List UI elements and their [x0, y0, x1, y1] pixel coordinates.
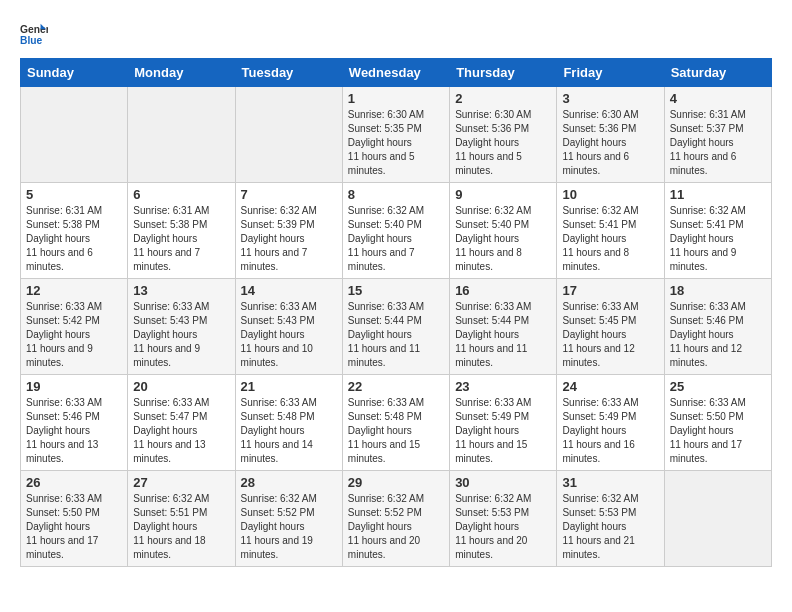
day-number: 10	[562, 187, 658, 202]
day-number: 14	[241, 283, 337, 298]
svg-text:General: General	[20, 24, 48, 35]
cell-content: Sunrise: 6:32 AM Sunset: 5:41 PM Dayligh…	[670, 204, 766, 274]
calendar-cell: 23 Sunrise: 6:33 AM Sunset: 5:49 PM Dayl…	[450, 375, 557, 471]
day-number: 17	[562, 283, 658, 298]
calendar-week-3: 12 Sunrise: 6:33 AM Sunset: 5:42 PM Dayl…	[21, 279, 772, 375]
weekday-header-wednesday: Wednesday	[342, 59, 449, 87]
cell-content: Sunrise: 6:33 AM Sunset: 5:44 PM Dayligh…	[348, 300, 444, 370]
calendar-cell: 29 Sunrise: 6:32 AM Sunset: 5:52 PM Dayl…	[342, 471, 449, 567]
cell-content: Sunrise: 6:31 AM Sunset: 5:38 PM Dayligh…	[26, 204, 122, 274]
day-number: 25	[670, 379, 766, 394]
calendar-cell: 13 Sunrise: 6:33 AM Sunset: 5:43 PM Dayl…	[128, 279, 235, 375]
day-number: 27	[133, 475, 229, 490]
calendar-cell: 14 Sunrise: 6:33 AM Sunset: 5:43 PM Dayl…	[235, 279, 342, 375]
day-number: 15	[348, 283, 444, 298]
day-number: 28	[241, 475, 337, 490]
logo-icon: General Blue	[20, 20, 48, 48]
calendar-cell: 30 Sunrise: 6:32 AM Sunset: 5:53 PM Dayl…	[450, 471, 557, 567]
calendar-cell: 10 Sunrise: 6:32 AM Sunset: 5:41 PM Dayl…	[557, 183, 664, 279]
day-number: 6	[133, 187, 229, 202]
calendar-cell: 9 Sunrise: 6:32 AM Sunset: 5:40 PM Dayli…	[450, 183, 557, 279]
calendar-cell: 4 Sunrise: 6:31 AM Sunset: 5:37 PM Dayli…	[664, 87, 771, 183]
page-header: General Blue	[20, 20, 772, 48]
calendar-cell: 26 Sunrise: 6:33 AM Sunset: 5:50 PM Dayl…	[21, 471, 128, 567]
cell-content: Sunrise: 6:32 AM Sunset: 5:39 PM Dayligh…	[241, 204, 337, 274]
cell-content: Sunrise: 6:33 AM Sunset: 5:49 PM Dayligh…	[562, 396, 658, 466]
cell-content: Sunrise: 6:32 AM Sunset: 5:53 PM Dayligh…	[455, 492, 551, 562]
day-number: 5	[26, 187, 122, 202]
calendar-cell	[21, 87, 128, 183]
calendar-cell: 17 Sunrise: 6:33 AM Sunset: 5:45 PM Dayl…	[557, 279, 664, 375]
calendar-cell: 22 Sunrise: 6:33 AM Sunset: 5:48 PM Dayl…	[342, 375, 449, 471]
calendar-cell: 6 Sunrise: 6:31 AM Sunset: 5:38 PM Dayli…	[128, 183, 235, 279]
day-number: 26	[26, 475, 122, 490]
calendar-table: SundayMondayTuesdayWednesdayThursdayFrid…	[20, 58, 772, 567]
day-number: 1	[348, 91, 444, 106]
calendar-cell: 11 Sunrise: 6:32 AM Sunset: 5:41 PM Dayl…	[664, 183, 771, 279]
cell-content: Sunrise: 6:33 AM Sunset: 5:48 PM Dayligh…	[348, 396, 444, 466]
cell-content: Sunrise: 6:33 AM Sunset: 5:45 PM Dayligh…	[562, 300, 658, 370]
calendar-cell: 5 Sunrise: 6:31 AM Sunset: 5:38 PM Dayli…	[21, 183, 128, 279]
day-number: 16	[455, 283, 551, 298]
calendar-cell: 7 Sunrise: 6:32 AM Sunset: 5:39 PM Dayli…	[235, 183, 342, 279]
day-number: 8	[348, 187, 444, 202]
calendar-cell: 2 Sunrise: 6:30 AM Sunset: 5:36 PM Dayli…	[450, 87, 557, 183]
calendar-cell: 8 Sunrise: 6:32 AM Sunset: 5:40 PM Dayli…	[342, 183, 449, 279]
cell-content: Sunrise: 6:33 AM Sunset: 5:46 PM Dayligh…	[26, 396, 122, 466]
day-number: 23	[455, 379, 551, 394]
day-number: 22	[348, 379, 444, 394]
logo: General Blue	[20, 20, 52, 48]
weekday-header-tuesday: Tuesday	[235, 59, 342, 87]
weekday-header-monday: Monday	[128, 59, 235, 87]
day-number: 18	[670, 283, 766, 298]
cell-content: Sunrise: 6:30 AM Sunset: 5:36 PM Dayligh…	[562, 108, 658, 178]
cell-content: Sunrise: 6:32 AM Sunset: 5:40 PM Dayligh…	[455, 204, 551, 274]
calendar-body: 1 Sunrise: 6:30 AM Sunset: 5:35 PM Dayli…	[21, 87, 772, 567]
calendar-week-4: 19 Sunrise: 6:33 AM Sunset: 5:46 PM Dayl…	[21, 375, 772, 471]
calendar-cell: 1 Sunrise: 6:30 AM Sunset: 5:35 PM Dayli…	[342, 87, 449, 183]
day-number: 30	[455, 475, 551, 490]
day-number: 2	[455, 91, 551, 106]
day-number: 11	[670, 187, 766, 202]
svg-text:Blue: Blue	[20, 35, 43, 46]
calendar-cell: 20 Sunrise: 6:33 AM Sunset: 5:47 PM Dayl…	[128, 375, 235, 471]
calendar-cell: 21 Sunrise: 6:33 AM Sunset: 5:48 PM Dayl…	[235, 375, 342, 471]
cell-content: Sunrise: 6:32 AM Sunset: 5:52 PM Dayligh…	[348, 492, 444, 562]
cell-content: Sunrise: 6:33 AM Sunset: 5:43 PM Dayligh…	[133, 300, 229, 370]
calendar-cell: 3 Sunrise: 6:30 AM Sunset: 5:36 PM Dayli…	[557, 87, 664, 183]
calendar-cell: 15 Sunrise: 6:33 AM Sunset: 5:44 PM Dayl…	[342, 279, 449, 375]
day-number: 4	[670, 91, 766, 106]
calendar-cell: 19 Sunrise: 6:33 AM Sunset: 5:46 PM Dayl…	[21, 375, 128, 471]
weekday-header-row: SundayMondayTuesdayWednesdayThursdayFrid…	[21, 59, 772, 87]
cell-content: Sunrise: 6:30 AM Sunset: 5:35 PM Dayligh…	[348, 108, 444, 178]
cell-content: Sunrise: 6:33 AM Sunset: 5:49 PM Dayligh…	[455, 396, 551, 466]
cell-content: Sunrise: 6:33 AM Sunset: 5:42 PM Dayligh…	[26, 300, 122, 370]
day-number: 9	[455, 187, 551, 202]
weekday-header-saturday: Saturday	[664, 59, 771, 87]
day-number: 29	[348, 475, 444, 490]
calendar-cell: 18 Sunrise: 6:33 AM Sunset: 5:46 PM Dayl…	[664, 279, 771, 375]
calendar-cell: 24 Sunrise: 6:33 AM Sunset: 5:49 PM Dayl…	[557, 375, 664, 471]
cell-content: Sunrise: 6:32 AM Sunset: 5:52 PM Dayligh…	[241, 492, 337, 562]
calendar-cell	[128, 87, 235, 183]
day-number: 3	[562, 91, 658, 106]
cell-content: Sunrise: 6:33 AM Sunset: 5:50 PM Dayligh…	[670, 396, 766, 466]
calendar-week-5: 26 Sunrise: 6:33 AM Sunset: 5:50 PM Dayl…	[21, 471, 772, 567]
weekday-header-thursday: Thursday	[450, 59, 557, 87]
calendar-week-2: 5 Sunrise: 6:31 AM Sunset: 5:38 PM Dayli…	[21, 183, 772, 279]
calendar-cell	[664, 471, 771, 567]
cell-content: Sunrise: 6:30 AM Sunset: 5:36 PM Dayligh…	[455, 108, 551, 178]
calendar-cell: 16 Sunrise: 6:33 AM Sunset: 5:44 PM Dayl…	[450, 279, 557, 375]
cell-content: Sunrise: 6:31 AM Sunset: 5:37 PM Dayligh…	[670, 108, 766, 178]
calendar-week-1: 1 Sunrise: 6:30 AM Sunset: 5:35 PM Dayli…	[21, 87, 772, 183]
calendar-cell	[235, 87, 342, 183]
cell-content: Sunrise: 6:32 AM Sunset: 5:41 PM Dayligh…	[562, 204, 658, 274]
cell-content: Sunrise: 6:33 AM Sunset: 5:46 PM Dayligh…	[670, 300, 766, 370]
calendar-cell: 28 Sunrise: 6:32 AM Sunset: 5:52 PM Dayl…	[235, 471, 342, 567]
day-number: 31	[562, 475, 658, 490]
cell-content: Sunrise: 6:32 AM Sunset: 5:53 PM Dayligh…	[562, 492, 658, 562]
day-number: 12	[26, 283, 122, 298]
calendar-cell: 12 Sunrise: 6:33 AM Sunset: 5:42 PM Dayl…	[21, 279, 128, 375]
cell-content: Sunrise: 6:33 AM Sunset: 5:44 PM Dayligh…	[455, 300, 551, 370]
calendar-cell: 27 Sunrise: 6:32 AM Sunset: 5:51 PM Dayl…	[128, 471, 235, 567]
